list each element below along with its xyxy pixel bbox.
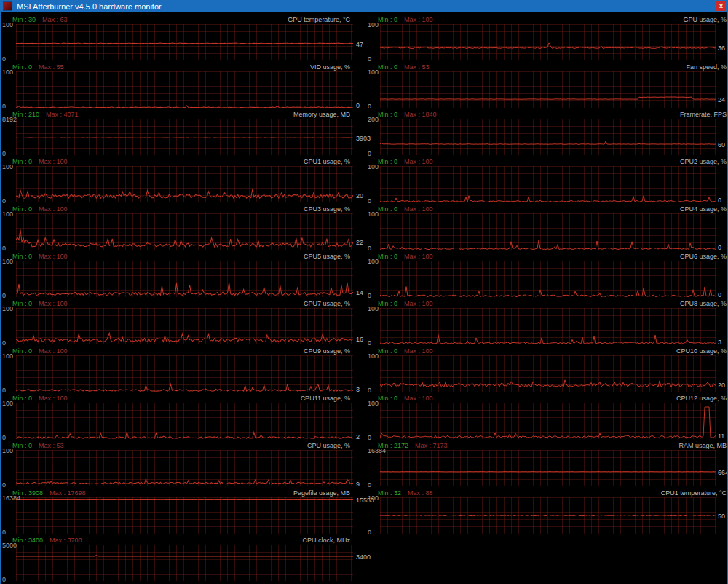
scale-max-label: 100 (2, 352, 13, 360)
graph-area[interactable] (16, 450, 353, 486)
graph-area[interactable] (380, 24, 716, 60)
panel-title: CPU1 usage, % (304, 158, 366, 165)
panel-title: GPU temperature, °C (288, 16, 366, 23)
current-value-label: 3 (356, 386, 360, 393)
panel-header: Min : 0 Max : 100 CPU4 usage, % (367, 205, 727, 213)
current-value-label: 50 (718, 513, 725, 520)
panel-title: Fan speed, % (686, 63, 727, 71)
graph-area[interactable] (380, 119, 716, 155)
panel-title: VID usage, % (310, 63, 366, 71)
panel-header: Min : 0 Max : 100 CPU10 usage, % (367, 347, 727, 355)
max-stat: Max : 53 (404, 63, 430, 71)
panel-header: Min : 0 Max : 53 CPU usage, % (1, 441, 366, 449)
scale-max-label: 100 (2, 258, 13, 265)
scale-max-label: 100 (368, 163, 379, 170)
panel-title: RAM usage, MB (678, 442, 727, 449)
panel-header: Min : 3400 Max : 3700 CPU clock, MHz (1, 536, 366, 544)
graph-area[interactable] (16, 545, 353, 581)
min-stat: Min : 0 (12, 253, 32, 260)
graph-area[interactable] (16, 308, 353, 344)
current-value-label: 20 (356, 192, 363, 200)
graph-area[interactable] (380, 71, 716, 108)
scale-min-label: 0 (368, 434, 371, 441)
panel-title: CPU3 usage, % (304, 205, 366, 213)
panel-title: CPU7 usage, % (304, 300, 366, 307)
current-value-label: 14 (356, 289, 363, 296)
panel-title: CPU1 temperature, °C (661, 489, 727, 497)
graph-area[interactable] (16, 403, 353, 439)
scale-max-label: 100 (2, 21, 13, 28)
max-stat: Max : 100 (39, 158, 68, 165)
graph-area[interactable] (16, 213, 353, 250)
graph-area[interactable] (380, 497, 716, 534)
current-value-label: 20 (718, 382, 725, 389)
panel-body: 16384 0 15553 (1, 497, 366, 534)
current-value-label: 47 (356, 41, 363, 48)
panel-header: Min : 210 Max : 4071 Memory usage, MB (1, 110, 366, 118)
panel-title: CPU9 usage, % (304, 347, 366, 355)
graph-area[interactable] (16, 24, 353, 60)
monitor-panel: Min : 0 Max : 100 CPU8 usage, % 100 0 3 (367, 299, 727, 346)
title-bar[interactable]: MSI Afterburner v4.5.0 hardware monitor … (1, 0, 727, 12)
panel-title: CPU usage, % (307, 442, 366, 449)
graph-area[interactable] (380, 166, 716, 202)
monitor-panel: Min : 3908 Max : 17698 Pagefile usage, M… (1, 489, 366, 535)
scale-max-label: 100 (368, 400, 379, 407)
graph-area[interactable] (16, 261, 353, 297)
panel-title: CPU10 usage, % (676, 347, 727, 355)
graph-area[interactable] (16, 71, 353, 108)
current-value-label: 11 (718, 433, 724, 440)
monitor-column-left: Min : 30 Max : 63 GPU temperature, °C 10… (1, 12, 366, 584)
monitor-panel: Min : 0 Max : 100 CPU1 usage, % 100 0 20 (1, 157, 366, 204)
scale-max-label: 100 (368, 494, 379, 502)
graph-area[interactable] (16, 497, 353, 534)
panel-header: Min : 0 Max : 53 Fan speed, % (367, 63, 727, 71)
min-stat: Min : 0 (378, 111, 397, 118)
current-value-label: 36 (718, 44, 725, 52)
min-stat: Min : 0 (12, 158, 32, 165)
panel-body: 100 0 3 (367, 308, 727, 344)
graph-area[interactable] (380, 450, 716, 486)
graph-area[interactable] (16, 166, 353, 202)
max-stat: Max : 3700 (50, 537, 82, 544)
panel-body: 100 0 2 (1, 403, 366, 439)
scale-min-label: 0 (2, 103, 6, 110)
graph-area[interactable] (16, 119, 353, 155)
panel-header: Min : 0 Max : 100 CPU9 usage, % (1, 347, 366, 355)
monitor-panel: Min : 3400 Max : 3700 CPU clock, MHz 500… (1, 536, 366, 583)
max-stat: Max : 100 (39, 395, 68, 402)
monitor-panel: Min : 0 Max : 100 CPU2 usage, % 100 0 0 (367, 157, 727, 204)
panel-body: 100 0 16 (1, 308, 366, 344)
graph-area[interactable] (380, 213, 716, 250)
graph-area[interactable] (380, 308, 716, 344)
monitor-panel: Min : 0 Max : 1840 Framerate, FPS 200 0 … (367, 110, 727, 157)
min-stat: Min : 0 (378, 205, 397, 213)
close-button[interactable]: x (716, 1, 726, 11)
monitor-panel: Min : 0 Max : 53 CPU usage, % 100 0 9 (1, 441, 366, 488)
graph-area[interactable] (380, 403, 716, 439)
monitor-panel: Min : 30 Max : 63 GPU temperature, °C 10… (1, 15, 366, 62)
graph-area[interactable] (380, 355, 716, 392)
graph-area[interactable] (16, 355, 353, 392)
panel-header: Min : 30 Max : 63 GPU temperature, °C (1, 15, 366, 23)
graph-area[interactable] (380, 261, 716, 297)
panel-header: Min : 0 Max : 100 CPU8 usage, % (367, 299, 727, 307)
panel-header: Min : 0 Max : 100 CPU3 usage, % (1, 205, 366, 213)
monitor-panel: Min : 0 Max : 100 CPU11 usage, % 100 0 2 (1, 394, 366, 441)
panel-body: 100 0 0 (367, 213, 727, 250)
current-value-label: 0 (718, 244, 721, 251)
panel-title: Memory usage, MB (293, 111, 366, 118)
panel-header: Min : 0 Max : 100 CPU5 usage, % (1, 252, 366, 260)
min-stat: Min : 32 (378, 489, 401, 497)
scale-max-label: 100 (368, 21, 379, 28)
scale-min-label: 0 (2, 55, 6, 63)
max-stat: Max : 100 (404, 300, 433, 307)
monitor-panel: Min : 0 Max : 100 GPU usage, % 100 0 36 (367, 15, 727, 62)
min-stat: Min : 0 (378, 158, 397, 165)
scale-max-label: 100 (2, 305, 13, 312)
monitor-panel: Min : 0 Max : 100 CPU7 usage, % 100 0 16 (1, 299, 366, 346)
scale-max-label: 5000 (2, 542, 17, 549)
max-stat: Max : 7173 (415, 442, 448, 449)
scale-max-label: 100 (368, 68, 379, 76)
current-value-label: 3 (718, 339, 721, 346)
